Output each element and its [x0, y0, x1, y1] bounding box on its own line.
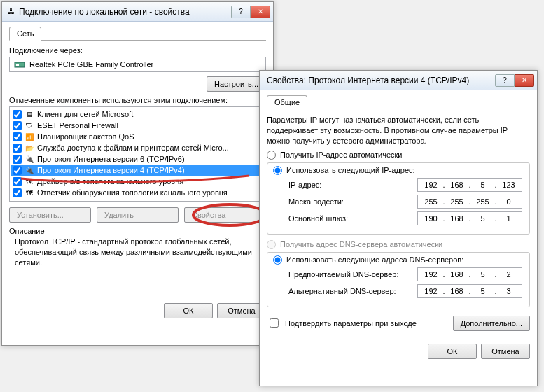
- radio-manual-dns-input[interactable]: [273, 255, 282, 265]
- install-button[interactable]: Установить...: [9, 207, 91, 223]
- list-item[interactable]: 🛡ESET Personal Firewall: [11, 120, 264, 131]
- ipv4-properties-window: Свойства: Протокол Интернета версии 4 (T…: [259, 70, 538, 386]
- item-checkbox[interactable]: [13, 177, 22, 186]
- firewall-icon: 🛡: [25, 120, 34, 130]
- item-checkbox[interactable]: [13, 121, 22, 130]
- advanced-button[interactable]: Дополнительно...: [453, 316, 530, 331]
- close-button[interactable]: ✕: [251, 6, 270, 18]
- list-item[interactable]: 🗺Ответчик обнаружения топологии канально…: [11, 187, 264, 198]
- item-checkbox[interactable]: [13, 132, 22, 141]
- service-icon: 📶: [25, 132, 34, 141]
- dns-groupbox: Использовать следующие адреса DNS-сервер…: [267, 252, 530, 307]
- service-icon: 📂: [25, 143, 34, 153]
- dns2-input[interactable]: 192.168.5.3: [417, 284, 522, 298]
- connect-via-label: Подключение через:: [9, 46, 266, 55]
- ok-button[interactable]: ОК: [428, 344, 477, 359]
- label-gateway: Основной шлюз:: [288, 214, 348, 223]
- item-checkbox[interactable]: [13, 166, 22, 175]
- client-icon: 🖥: [25, 109, 34, 119]
- row-mask: Маска подсети: 255.255.255.0: [288, 195, 522, 209]
- configure-button[interactable]: Настроить...: [207, 76, 266, 92]
- list-item[interactable]: 🖥Клиент для сетей Microsoft: [11, 108, 264, 120]
- titlebar[interactable]: Свойства: Протокол Интернета версии 4 (T…: [260, 71, 537, 90]
- radio-manual-dns[interactable]: Использовать следующие адреса DNS-сервер…: [273, 255, 522, 265]
- nic-name: Realtek PCIe GBE Family Controller: [29, 60, 153, 69]
- label-ip: IP-адрес:: [288, 181, 321, 189]
- row-gateway: Основной шлюз: 190.168.5.1: [288, 211, 522, 225]
- intro-text: Параметры IP могут назначаться автоматич…: [267, 115, 530, 146]
- subnet-mask-input[interactable]: 255.255.255.0: [417, 195, 522, 209]
- help-button[interactable]: ?: [495, 74, 515, 87]
- ip-address-input[interactable]: 192.168.5.123: [417, 178, 522, 192]
- driver-icon: 🗺: [25, 176, 34, 186]
- label-dns1: Предпочитаемый DNS-сервер:: [288, 270, 398, 279]
- row-ip: IP-адрес: 192.168.5.123: [288, 178, 522, 192]
- radio-auto-ip-input[interactable]: [267, 150, 276, 160]
- label-dns2: Альтернативный DNS-сервер:: [288, 287, 396, 295]
- remove-button[interactable]: Удалить: [97, 207, 179, 223]
- components-list[interactable]: 🖥Клиент для сетей Microsoft 🛡ESET Person…: [9, 106, 266, 202]
- list-item[interactable]: 🔌Протокол Интернета версии 6 (TCP/IPv6): [11, 153, 264, 164]
- protocol-icon: 🔌: [25, 165, 34, 175]
- tab-network[interactable]: Сеть: [9, 27, 41, 41]
- close-button[interactable]: ✕: [515, 74, 534, 87]
- description-label: Описание: [9, 227, 266, 235]
- cancel-button[interactable]: Отмена: [481, 344, 530, 359]
- help-button[interactable]: ?: [231, 6, 251, 18]
- gateway-input[interactable]: 190.168.5.1: [417, 211, 522, 225]
- ip-groupbox: Использовать следующий IP-адрес: IP-адре…: [267, 162, 530, 234]
- protocol-icon: 🔌: [25, 154, 34, 164]
- ok-button[interactable]: ОК: [164, 303, 213, 318]
- driver-icon: 🗺: [25, 188, 34, 197]
- row-dns2: Альтернативный DNS-сервер: 192.168.5.3: [288, 284, 522, 298]
- properties-button[interactable]: Свойства: [184, 207, 266, 223]
- radio-manual-ip-input[interactable]: [273, 166, 282, 175]
- svg-rect-1: [16, 64, 19, 66]
- tab-bar: Общие: [267, 94, 530, 109]
- tab-bar: Сеть: [9, 26, 266, 41]
- nic-field: Realtek PCIe GBE Family Controller: [9, 57, 266, 72]
- validate-on-exit[interactable]: Подтвердить параметры при выходе: [267, 316, 417, 330]
- tab-general[interactable]: Общие: [267, 95, 307, 109]
- nic-icon: [14, 59, 25, 70]
- dns1-input[interactable]: 192.168.5.2: [417, 267, 522, 281]
- item-checkbox[interactable]: [13, 155, 22, 164]
- radio-auto-dns: Получить адрес DNS-сервера автоматически: [267, 240, 530, 249]
- window-icon: 🖧: [6, 7, 16, 17]
- validate-checkbox[interactable]: [270, 318, 279, 328]
- item-checkbox[interactable]: [13, 110, 22, 119]
- radio-auto-dns-input: [267, 240, 276, 249]
- item-checkbox[interactable]: [13, 144, 22, 153]
- titlebar[interactable]: 🖧 Подключение по локальной сети - свойст…: [2, 2, 273, 22]
- radio-auto-ip[interactable]: Получить IP-адрес автоматически: [267, 150, 530, 160]
- list-item[interactable]: 📶Планировщик пакетов QoS: [11, 131, 264, 142]
- list-item[interactable]: 🗺Драйвер в/в тополога канального уровня: [11, 176, 264, 187]
- label-mask: Маска подсети:: [288, 197, 344, 206]
- list-item[interactable]: 📂Служба доступа к файлам и принтерам сет…: [11, 142, 264, 153]
- window-title: Подключение по локальной сети - свойства: [16, 7, 231, 17]
- description-text: Протокол TCP/IP - стандартный протокол г…: [9, 235, 266, 268]
- lan-properties-window: 🖧 Подключение по локальной сети - свойст…: [1, 1, 274, 346]
- row-dns1: Предпочитаемый DNS-сервер: 192.168.5.2: [288, 267, 522, 281]
- item-checkbox[interactable]: [13, 188, 22, 197]
- window-title: Свойства: Протокол Интернета версии 4 (T…: [264, 76, 495, 85]
- list-item-selected[interactable]: 🔌Протокол Интернета версии 4 (TCP/IPv4): [11, 164, 264, 176]
- components-label: Отмеченные компоненты используются этим …: [9, 96, 266, 104]
- radio-manual-ip[interactable]: Использовать следующий IP-адрес:: [273, 166, 522, 175]
